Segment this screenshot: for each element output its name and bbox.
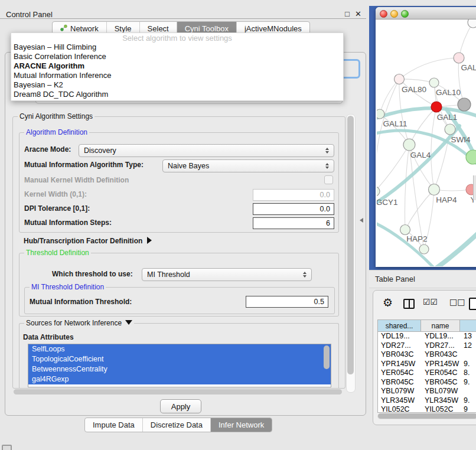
mi-algorithm-type-label: Mutual Information Algorithm Type:: [24, 161, 144, 169]
table-cell: 12: [461, 341, 476, 351]
node-hap4[interactable]: [429, 184, 440, 195]
table-row[interactable]: YPR145WYPR145W9.: [378, 360, 476, 369]
zoom-traffic-light-icon[interactable]: [401, 10, 409, 18]
list-item-gal4rgexp[interactable]: gal4RGexp: [28, 374, 331, 384]
tab-label: jActiveMNodules: [244, 24, 302, 33]
minimize-traffic-light-icon[interactable]: [390, 10, 398, 18]
document-icon[interactable]: [469, 298, 476, 310]
tab-discretize-data[interactable]: Discretize Data: [143, 418, 211, 432]
algorithm-option-mutual-information-inference[interactable]: Mutual Information Inference: [11, 71, 343, 80]
node-gal1-label: GAL1: [437, 113, 458, 122]
node-hap2[interactable]: [400, 225, 410, 235]
hub-tf-definition-toggle[interactable]: Hub/Transcription Factor Definition: [24, 235, 152, 246]
dpi-tolerance-field[interactable]: [253, 203, 334, 215]
network-scrollbar-fragment: [473, 175, 476, 200]
node-gal80[interactable]: [395, 74, 405, 84]
node-gal4[interactable]: [403, 139, 415, 151]
node-partial-bottom[interactable]: [419, 244, 429, 254]
table-row[interactable]: YIL052CYIL052C9: [378, 405, 476, 413]
mi-algorithm-type-select[interactable]: Naive Bayes: [162, 159, 334, 172]
apply-button[interactable]: Apply: [160, 399, 201, 413]
aracne-mode-select[interactable]: Discovery: [79, 144, 334, 157]
control-panel-titlebar: Control Panel □ ✕: [0, 4, 366, 18]
list-item-selfloops[interactable]: SelfLoops: [28, 344, 331, 354]
mi-steps-field[interactable]: [253, 217, 334, 229]
node-gal1[interactable]: [431, 102, 442, 112]
algorithm-option-bayesian-hill-climbing[interactable]: Bayesian – Hill Climbing: [11, 43, 343, 52]
table-horizontal-scrollbar-thumb[interactable]: [378, 413, 476, 419]
close-window-icon[interactable]: ✕: [355, 9, 361, 18]
bottom-tab-bar: Impute DataDiscretize DataInfer Network: [84, 418, 272, 432]
table-row[interactable]: YBR043CYBR043C: [378, 350, 476, 360]
table-cell: 8.: [461, 369, 476, 378]
node-hap4-label: HAP4: [436, 195, 457, 204]
manual-kernel-width-checkbox[interactable]: [324, 175, 333, 184]
gear-icon[interactable]: ⚙: [383, 297, 393, 308]
mi-algorithm-type-value: Naive Bayes: [163, 162, 322, 170]
settings-vertical-scrollbar[interactable]: [346, 114, 356, 393]
list-item-betweennesscentrality[interactable]: BetweennessCentrality: [28, 364, 331, 374]
mi-threshold-group-title: MI Threshold Definition: [30, 283, 106, 291]
node-gal11[interactable]: [377, 109, 384, 119]
node-partial-top[interactable]: [468, 19, 476, 28]
which-threshold-label: Which threshold to use:: [52, 270, 133, 278]
table-row[interactable]: YDL19...YDL19...13: [378, 332, 476, 341]
tab-label: Network: [70, 24, 99, 33]
settings-horizontal-scrollbar[interactable]: [12, 389, 345, 395]
node-gray[interactable]: [458, 98, 471, 111]
which-threshold-value: MI Threshold: [142, 270, 300, 279]
expanded-arrow-icon: [125, 320, 132, 325]
algorithm-option-dream8-dc-tdc-algorithm[interactable]: Dream8 DC_TDC Algorithm: [11, 90, 343, 99]
node-gal-partial[interactable]: [454, 53, 464, 63]
tab-infer-network[interactable]: Infer Network: [211, 418, 272, 432]
manual-kernel-width-label: Manual Kernel Width Definition: [24, 176, 129, 184]
spinner-arrows-icon: [322, 148, 331, 154]
list-item-topologicalcoefficient[interactable]: TopologicalCoefficient: [28, 354, 331, 364]
mi-threshold-field[interactable]: [246, 296, 328, 308]
columns-icon[interactable]: [403, 299, 415, 309]
unchecked-boxes-icon[interactable]: □□: [449, 297, 465, 306]
settings-vertical-scrollbar-thumb[interactable]: [347, 116, 354, 374]
algorithm-option-bayesian-k2[interactable]: Bayesian – K2: [11, 80, 343, 90]
network-window-titlebar[interactable]: [376, 7, 476, 19]
data-attributes-list[interactable]: SelfLoopsTopologicalCoefficientBetweenne…: [28, 344, 331, 387]
network-canvas[interactable]: GALGAL80GAL10GAL1GAL11SWI4GAL4HAP4YGCY1H…: [377, 19, 476, 266]
table-header-row: shared...name: [377, 319, 476, 332]
node-green-large[interactable]: [466, 150, 476, 164]
table-cell: 9.: [461, 396, 476, 406]
table-row[interactable]: YDR27...YDR27...12: [378, 341, 476, 351]
sources-group: Sources for Network Inference Data Attri…: [19, 323, 339, 388]
table-row[interactable]: YBR045CYBR045C9.: [378, 378, 476, 387]
column-header-name[interactable]: name: [421, 319, 460, 332]
node-swi4[interactable]: [445, 124, 455, 135]
table-row[interactable]: YBL079WYBL079W: [378, 387, 476, 396]
node-gcy1[interactable]: [377, 187, 380, 196]
dock-grip-icon[interactable]: [2, 445, 12, 450]
network-edge: [377, 79, 399, 191]
table-cell: YDR27...: [378, 341, 422, 351]
close-traffic-light-icon[interactable]: [380, 10, 387, 18]
tab-impute-data[interactable]: Impute Data: [85, 418, 143, 432]
table-cell: YBR043C: [378, 350, 422, 360]
cyni-toolbox-panel: Cyni Algorithm Settings Algorithm Defini…: [5, 52, 366, 416]
split-pane-arrow-icon[interactable]: [360, 218, 363, 223]
column-header-shared[interactable]: shared...: [377, 319, 421, 332]
sources-group-title[interactable]: Sources for Network Inference: [24, 319, 134, 327]
network-edge-thick: [429, 226, 476, 266]
table-row[interactable]: YER054CYER054C8.: [378, 369, 476, 378]
table-row[interactable]: YLR345WYLR345W9.: [378, 396, 476, 406]
node-gal10[interactable]: [429, 78, 439, 87]
which-threshold-select[interactable]: MI Threshold: [142, 268, 312, 281]
list-scrollbar[interactable]: [324, 345, 330, 369]
table-cell: YBR045C: [422, 378, 461, 387]
kernel-width-field[interactable]: [253, 189, 334, 201]
column-header-2[interactable]: [460, 319, 476, 332]
algorithm-option-aracne-algorithm[interactable]: ARACNE Algorithm: [11, 61, 343, 71]
algorithm-option-basic-correlation-inference[interactable]: Basic Correlation Inference: [11, 52, 343, 61]
network-graph[interactable]: GALGAL80GAL10GAL1GAL11SWI4GAL4HAP4YGCY1H…: [377, 19, 476, 266]
float-window-icon[interactable]: □: [345, 9, 350, 18]
checked-boxes-icon[interactable]: ☑☑: [423, 297, 438, 306]
table-cell: YER054C: [422, 369, 461, 378]
settings-horizontal-scrollbar-thumb[interactable]: [14, 389, 342, 394]
table-horizontal-scrollbar[interactable]: [377, 413, 476, 419]
